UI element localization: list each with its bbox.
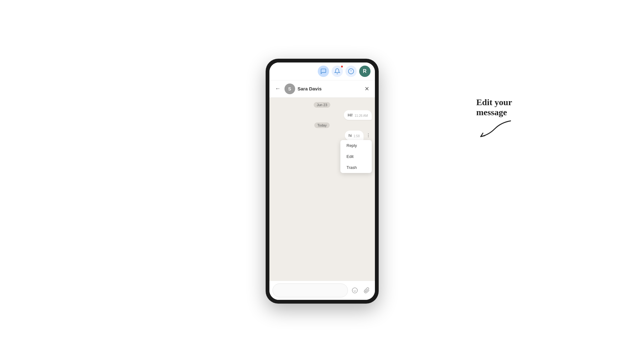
messages-area: Jun 23 Hi! 11:26 AM Today hi 1:58 [269, 98, 375, 281]
date-badge-today: Today [314, 122, 330, 128]
phone-frame: R ← S Sara Davis ✕ Jun 23 Hi! 11:26 AM [266, 59, 379, 304]
emoji-button[interactable] [350, 285, 360, 295]
back-button[interactable]: ← [274, 84, 282, 93]
input-area [269, 281, 375, 300]
message-text-hi2: hi [349, 133, 352, 138]
svg-point-3 [368, 133, 369, 134]
context-menu-trash[interactable]: Trash [340, 162, 372, 173]
close-button[interactable]: ✕ [363, 84, 371, 94]
message-input[interactable] [273, 284, 348, 297]
message-time-hi2: 1:58 [354, 134, 360, 138]
info-nav-button[interactable] [345, 66, 357, 77]
message-row: Hi! 11:26 AM [273, 110, 372, 120]
annotation-text: Edit your message [476, 97, 512, 117]
phone-screen: R ← S Sara Davis ✕ Jun 23 Hi! 11:26 AM [269, 62, 375, 300]
bell-nav-button[interactable] [332, 66, 343, 77]
user-avatar[interactable]: R [359, 66, 371, 77]
top-nav: R [269, 62, 375, 80]
message-bubble-hi: Hi! 11:26 AM [344, 110, 371, 120]
contact-name: Sara Davis [298, 86, 361, 91]
more-options-button[interactable] [365, 132, 372, 139]
annotation-arrow [476, 119, 514, 138]
message-row-with-menu: hi 1:58 Reply Edit Trash [273, 131, 372, 140]
message-time-hi: 11:26 AM [354, 114, 368, 117]
context-menu-reply[interactable]: Reply [340, 140, 372, 151]
notification-badge [340, 65, 344, 68]
svg-point-4 [368, 135, 369, 136]
context-menu-edit[interactable]: Edit [340, 151, 372, 162]
message-bubble-hi2: hi 1:58 [345, 131, 364, 140]
message-text-hi: Hi! [348, 113, 353, 117]
svg-point-6 [352, 288, 357, 293]
chat-nav-button[interactable] [318, 66, 329, 77]
chat-header: ← S Sara Davis ✕ [269, 80, 375, 98]
attach-button[interactable] [362, 285, 372, 295]
contact-avatar: S [284, 84, 295, 94]
svg-point-5 [368, 136, 369, 137]
date-badge-jun23: Jun 23 [314, 102, 330, 108]
context-menu: Reply Edit Trash [340, 140, 372, 173]
